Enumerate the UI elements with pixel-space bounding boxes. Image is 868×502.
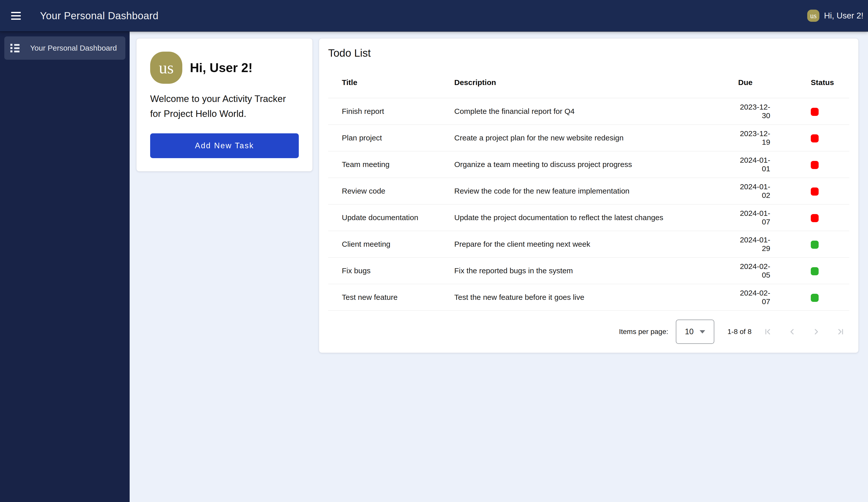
last-page-button[interactable] (836, 327, 846, 337)
todo-status-cell (799, 160, 849, 169)
todo-due-cell: 2024-01-02 (733, 182, 799, 200)
status-chip (811, 294, 819, 302)
status-chip (811, 267, 819, 275)
table-row: Plan project Create a project plan for t… (328, 125, 849, 151)
todo-description-cell: Test the new feature before it goes live (454, 293, 733, 302)
page-size-select[interactable]: 10 (676, 320, 714, 344)
welcome-heading: Hi, User 2! (190, 61, 252, 75)
welcome-card: us Hi, User 2! Welcome to your Activity … (136, 38, 313, 171)
todo-due-cell: 2024-02-05 (733, 262, 799, 279)
todo-title-cell: Fix bugs (328, 266, 454, 275)
table-row: Client meeting Prepare for the client me… (328, 231, 849, 258)
table-header-row: Title Description Due Status (328, 67, 849, 98)
status-chip (811, 108, 819, 116)
last-page-icon (836, 327, 845, 336)
todo-title-cell: Test new feature (328, 293, 454, 302)
add-new-task-button[interactable]: Add New Task (150, 133, 299, 158)
welcome-message: Welcome to your Activity Tracker for Pro… (150, 91, 299, 121)
table-row: Team meeting Organize a team meeting to … (328, 151, 849, 178)
todo-title-cell: Plan project (328, 134, 454, 142)
hamburger-icon (11, 12, 21, 13)
todo-description-cell: Fix the reported bugs in the system (454, 266, 733, 275)
next-page-button[interactable] (811, 327, 822, 337)
todo-status-cell (799, 107, 849, 116)
page-size-value: 10 (685, 327, 694, 336)
todo-title-cell: Client meeting (328, 240, 454, 249)
todo-list-card: Todo List Title Description Due Status F… (319, 38, 859, 353)
todo-status-cell (799, 293, 849, 302)
todo-description-cell: Organize a team meeting to discuss proje… (454, 160, 733, 169)
previous-page-button[interactable] (787, 327, 797, 337)
todo-status-cell (799, 266, 849, 275)
column-header-description: Description (454, 78, 733, 87)
todo-title-cell: Team meeting (328, 160, 454, 169)
status-chip (811, 161, 819, 169)
sidebar-item-dashboard[interactable]: Your Personal Dashboard (4, 36, 125, 60)
first-page-icon (763, 327, 772, 336)
todo-description-cell: Create a project plan for the new websit… (454, 134, 733, 142)
table-body: Finish report Complete the financial rep… (328, 98, 849, 311)
sidebar-nav: Your Personal Dashboard (0, 31, 130, 502)
status-chip (811, 134, 819, 143)
user-avatar-large: us (150, 52, 182, 84)
todo-status-cell (799, 240, 849, 249)
menu-button[interactable] (11, 4, 34, 27)
topbar-greeting: Hi, User 2! (824, 11, 864, 21)
table-row: Test new feature Test the new feature be… (328, 284, 849, 311)
main-content: us Hi, User 2! Welcome to your Activity … (130, 31, 868, 502)
todo-list-title: Todo List (328, 47, 849, 59)
todo-table: Title Description Due Status Finish repo… (328, 67, 849, 311)
app-title: Your Personal Dashboard (40, 10, 158, 21)
todo-description-cell: Review the code for the new feature impl… (454, 187, 733, 195)
column-header-due: Due (733, 78, 799, 87)
dropdown-caret-icon (700, 330, 705, 334)
todo-due-cell: 2024-01-29 (733, 236, 799, 253)
todo-title-cell: Update documentation (328, 213, 454, 222)
table-row: Fix bugs Fix the reported bugs in the sy… (328, 258, 849, 284)
status-chip (811, 241, 819, 249)
table-row: Finish report Complete the financial rep… (328, 98, 849, 125)
todo-description-cell: Complete the financial report for Q4 (454, 107, 733, 116)
todo-due-cell: 2023-12-19 (733, 129, 799, 146)
topbar-user-area: us Hi, User 2! (807, 10, 864, 22)
table-row: Update documentation Update the project … (328, 205, 849, 231)
todo-title-cell: Review code (328, 187, 454, 195)
list-icon (10, 44, 20, 52)
status-chip (811, 214, 819, 222)
chevron-left-icon (787, 327, 797, 336)
table-row: Review code Review the code for the new … (328, 178, 849, 205)
user-avatar: us (807, 10, 819, 22)
status-chip (811, 188, 819, 196)
todo-title-cell: Finish report (328, 107, 454, 116)
todo-due-cell: 2024-01-07 (733, 209, 799, 226)
todo-due-cell: 2023-12-30 (733, 103, 799, 120)
items-per-page-label: Items per page: (619, 328, 668, 336)
paginator-range-label: 1-8 of 8 (727, 328, 752, 336)
column-header-status: Status (799, 78, 849, 87)
todo-status-cell (799, 213, 849, 222)
sidebar-item-label: Your Personal Dashboard (30, 44, 117, 52)
chevron-right-icon (812, 327, 821, 336)
todo-due-cell: 2024-02-07 (733, 289, 799, 306)
todo-status-cell (799, 133, 849, 142)
todo-status-cell (799, 187, 849, 195)
todo-due-cell: 2024-01-01 (733, 156, 799, 173)
todo-description-cell: Update the project documentation to refl… (454, 213, 733, 222)
todo-description-cell: Prepare for the client meeting next week (454, 240, 733, 249)
top-app-bar: Your Personal Dashboard us Hi, User 2! (0, 0, 868, 31)
first-page-button[interactable] (763, 327, 773, 337)
table-paginator: Items per page: 10 1-8 of 8 (328, 311, 849, 353)
column-header-title: Title (328, 78, 454, 87)
